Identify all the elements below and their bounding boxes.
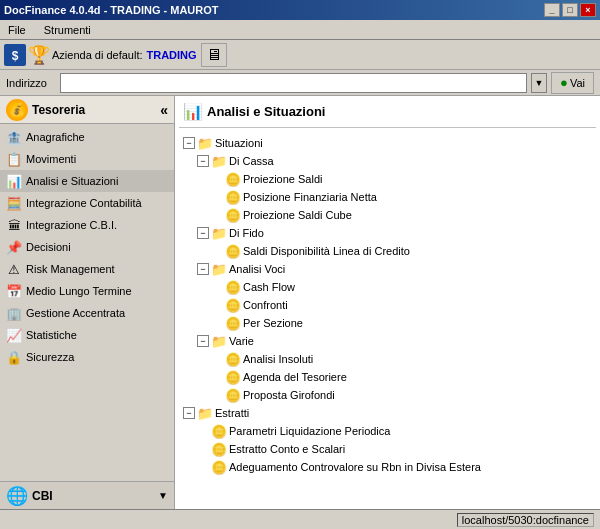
tree-label-varie: Varie: [229, 335, 254, 347]
folder-icon-varie: 📁: [211, 333, 227, 349]
coin-icon-per-sezione: 🪙: [225, 315, 241, 331]
coin-icon-agenda-tesoriere: 🪙: [225, 369, 241, 385]
cbi-expand-icon: ▼: [158, 490, 168, 501]
coin-icon-proiezione-saldi-cube: 🪙: [225, 207, 241, 223]
folder-icon-di-fido: 📁: [211, 225, 227, 241]
sidebar-item-anagrafiche[interactable]: 🏦 Anagrafiche: [0, 126, 174, 148]
vai-button[interactable]: ● Vai: [551, 72, 594, 94]
sidebar-header-label: Tesoreria: [32, 103, 85, 117]
sidebar-item-label: Analisi e Situazioni: [26, 175, 118, 187]
contabilita-icon: 🧮: [6, 195, 22, 211]
tree-agenda-tesoriere[interactable]: 🪙 Agenda del Tesoriere: [183, 368, 592, 386]
tree-per-sezione[interactable]: 🪙 Per Sezione: [183, 314, 592, 332]
minimize-button[interactable]: _: [544, 3, 560, 17]
sidebar-item-label: Integrazione Contabilità: [26, 197, 142, 209]
tree-di-cassa[interactable]: − 📁 Di Cassa: [183, 152, 592, 170]
tree-proposta-girofondi[interactable]: 🪙 Proposta Girofondi: [183, 386, 592, 404]
vai-label: Vai: [570, 77, 585, 89]
tree-situazioni[interactable]: − 📁 Situazioni: [183, 134, 592, 152]
tree-label-situazioni: Situazioni: [215, 137, 263, 149]
tree-label-per-sezione: Per Sezione: [243, 317, 303, 329]
coin-icon-saldi-disponibilita: 🪙: [225, 243, 241, 259]
menu-strumenti[interactable]: Strumenti: [40, 22, 95, 38]
panel-icon: 📊: [183, 102, 203, 121]
tree-label-cash-flow: Cash Flow: [243, 281, 295, 293]
tree-label-di-cassa: Di Cassa: [229, 155, 274, 167]
sidebar-item-label: Sicurezza: [26, 351, 74, 363]
sidebar-bottom-cbi[interactable]: 🌐 CBI ▼: [0, 481, 174, 509]
toggle-situazioni[interactable]: −: [183, 137, 195, 149]
sidebar-item-label: Movimenti: [26, 153, 76, 165]
sidebar-item-label: Anagrafiche: [26, 131, 85, 143]
tree-analisi-insoluti[interactable]: 🪙 Analisi Insoluti: [183, 350, 592, 368]
folder-icon-situazioni: 📁: [197, 135, 213, 151]
toggle-di-cassa[interactable]: −: [197, 155, 209, 167]
maximize-button[interactable]: □: [562, 3, 578, 17]
toggle-varie[interactable]: −: [197, 335, 209, 347]
address-bar: Indirizzo ▼ ● Vai: [0, 70, 600, 96]
coin-icon-adeguamento-controvalore: 🪙: [211, 459, 227, 475]
tree-view: − 📁 Situazioni − 📁 Di Cassa 🪙 Proiezione…: [179, 132, 596, 478]
tree-label-agenda-tesoriere: Agenda del Tesoriere: [243, 371, 347, 383]
sidebar-item-sicurezza[interactable]: 🔒 Sicurezza: [0, 346, 174, 368]
folder-icon-estratti: 📁: [197, 405, 213, 421]
tree-label-saldi-disponibilita: Saldi Disponibilità Linea di Credito: [243, 245, 410, 257]
medio-lungo-icon: 📅: [6, 283, 22, 299]
sidebar-item-medio-lungo[interactable]: 📅 Medio Lungo Termine: [0, 280, 174, 302]
close-button[interactable]: ×: [580, 3, 596, 17]
vai-icon: ●: [560, 75, 568, 90]
tree-proiezione-saldi-cube[interactable]: 🪙 Proiezione Saldi Cube: [183, 206, 592, 224]
sidebar-item-decisioni[interactable]: 📌 Decisioni: [0, 236, 174, 258]
tree-analisi-voci[interactable]: − 📁 Analisi Voci: [183, 260, 592, 278]
address-dropdown[interactable]: ▼: [531, 73, 547, 93]
panel-header: 📊 Analisi e Situazioni: [179, 100, 596, 128]
sidebar-item-gestione[interactable]: 🏢 Gestione Accentrata: [0, 302, 174, 324]
address-input[interactable]: [60, 73, 527, 93]
tree-label-analisi-voci: Analisi Voci: [229, 263, 285, 275]
tree-cash-flow[interactable]: 🪙 Cash Flow: [183, 278, 592, 296]
address-label: Indirizzo: [6, 77, 56, 89]
tree-adeguamento-controvalore[interactable]: 🪙 Adeguamento Controvalore su Rbn in Div…: [183, 458, 592, 476]
menu-file[interactable]: File: [4, 22, 30, 38]
coin-icon-analisi-insoluti: 🪙: [225, 351, 241, 367]
refresh-button[interactable]: 🖥: [201, 43, 227, 67]
sidebar-items: 🏦 Anagrafiche 📋 Movimenti 📊 Analisi e Si…: [0, 124, 174, 481]
statistiche-icon: 📈: [6, 327, 22, 343]
sidebar-item-movimenti[interactable]: 📋 Movimenti: [0, 148, 174, 170]
main-content: 💰 Tesoreria « 🏦 Anagrafiche 📋 Movimenti …: [0, 96, 600, 509]
sidebar-item-risk[interactable]: ⚠ Risk Management: [0, 258, 174, 280]
tree-varie[interactable]: − 📁 Varie: [183, 332, 592, 350]
tree-label-proposta-girofondi: Proposta Girofondi: [243, 389, 335, 401]
tree-label-di-fido: Di Fido: [229, 227, 264, 239]
folder-icon-di-cassa: 📁: [211, 153, 227, 169]
tree-posizione-finanziaria[interactable]: 🪙 Posizione Finanziaria Netta: [183, 188, 592, 206]
sidebar-item-contabilita[interactable]: 🧮 Integrazione Contabilità: [0, 192, 174, 214]
svg-text:$: $: [12, 49, 19, 63]
tree-label-estratti: Estratti: [215, 407, 249, 419]
toggle-estratti[interactable]: −: [183, 407, 195, 419]
cbi-icon: 🏛: [6, 217, 22, 233]
sidebar-item-analisi[interactable]: 📊 Analisi e Situazioni: [0, 170, 174, 192]
toggle-analisi-voci[interactable]: −: [197, 263, 209, 275]
tree-confronti[interactable]: 🪙 Confronti: [183, 296, 592, 314]
menu-bar: File Strumenti: [0, 20, 600, 40]
tree-label-adeguamento-controvalore: Adeguamento Controvalore su Rbn in Divis…: [229, 461, 481, 473]
sidebar-item-statistiche[interactable]: 📈 Statistiche: [0, 324, 174, 346]
window-controls[interactable]: _ □ ×: [544, 3, 596, 17]
sidebar-item-cbi[interactable]: 🏛 Integrazione C.B.I.: [0, 214, 174, 236]
coin-icon-proposta-girofondi: 🪙: [225, 387, 241, 403]
toggle-di-fido[interactable]: −: [197, 227, 209, 239]
tree-estratto-conto[interactable]: 🪙 Estratto Conto e Scalari: [183, 440, 592, 458]
tree-parametri-liquidazione[interactable]: 🪙 Parametri Liquidazione Periodica: [183, 422, 592, 440]
tree-proiezione-saldi[interactable]: 🪙 Proiezione Saldi: [183, 170, 592, 188]
tree-label-proiezione-saldi: Proiezione Saldi: [243, 173, 323, 185]
tree-di-fido[interactable]: − 📁 Di Fido: [183, 224, 592, 242]
cbi-bottom-label: CBI: [32, 489, 53, 503]
analisi-icon: 📊: [6, 173, 22, 189]
window-title: DocFinance 4.0.4d - TRADING - MAUROT: [4, 4, 219, 16]
app-icon: $: [4, 44, 26, 66]
tree-estratti[interactable]: − 📁 Estratti: [183, 404, 592, 422]
refresh-icon: 🖥: [206, 46, 222, 64]
tree-saldi-disponibilita[interactable]: 🪙 Saldi Disponibilità Linea di Credito: [183, 242, 592, 260]
sidebar-collapse-icon[interactable]: «: [160, 102, 168, 118]
